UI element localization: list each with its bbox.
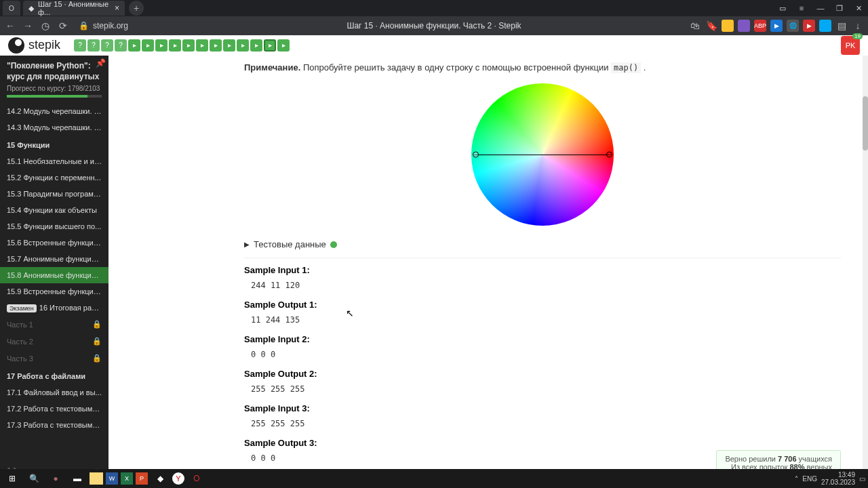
step-pill[interactable]: ▸ — [128, 39, 140, 52]
ext-icon-4[interactable]: 🌐 — [787, 20, 799, 32]
taskbar-app-1[interactable]: ● — [46, 470, 65, 487]
ext-icon-5[interactable]: ▶ — [803, 20, 815, 32]
explorer-icon[interactable] — [90, 472, 103, 485]
step-pill[interactable]: ? — [101, 39, 113, 52]
opera-taskbar-icon[interactable]: O — [187, 470, 206, 487]
lock-icon: 🔒 — [92, 337, 102, 346]
abp-icon[interactable]: ABP — [754, 20, 766, 32]
opera-tab[interactable]: O — [3, 1, 20, 16]
reload-icon[interactable]: ⟳ — [57, 20, 69, 32]
step-pill[interactable]: ▸ — [155, 39, 167, 52]
pin-icon[interactable]: 📌 — [96, 58, 106, 68]
step-pill[interactable]: ▸ — [169, 39, 181, 52]
step-pill[interactable]: ▸ — [250, 39, 262, 52]
step-pill[interactable]: ▸ — [237, 39, 249, 52]
sidebar-item[interactable]: 15.7 Анонимные функции. ... — [0, 251, 108, 267]
step-pill[interactable]: ▸ — [210, 39, 222, 52]
step-pill[interactable]: ▸ — [142, 39, 154, 52]
main-layout: 📌 "Поколение Python": курс для продвинут… — [0, 56, 868, 483]
sidebar-item[interactable]: 17 Работа с файлами — [0, 367, 108, 384]
step-pill-current[interactable]: ▸ — [264, 39, 276, 52]
sidebar-item[interactable]: 17.3 Работа с текстовыми ... — [0, 417, 108, 433]
progress-bar — [7, 95, 102, 98]
sample-heading: Sample Output 2: — [244, 369, 841, 379]
sidebar-item[interactable]: 15.8 Анонимные функции. ... — [0, 267, 108, 283]
powerpoint-icon[interactable]: P — [136, 472, 148, 485]
windows-taskbar: ⊞ 🔍 ● ▬ W X P ◆ Y O ˄ ENG 13:49 27.03.20… — [0, 469, 868, 488]
lock-icon: 🔒 — [92, 354, 102, 363]
ext-icon-1[interactable] — [722, 20, 734, 32]
bookmark-icon[interactable]: 🔖 — [705, 20, 717, 32]
ext-icon-6[interactable] — [819, 20, 831, 32]
ext-icon-3[interactable]: ▶ — [770, 20, 783, 32]
sidebar-item[interactable]: 17.2 Работа с текстовыми ... — [0, 401, 108, 417]
step-pill[interactable]: ▸ — [182, 39, 195, 52]
minimize-icon[interactable]: ― — [811, 1, 830, 15]
notifications-icon[interactable]: ▭ — [859, 475, 865, 483]
sample-code: 255 255 255 — [244, 382, 841, 396]
page-tab[interactable]: ◆ Шаг 15 · Анонимные ф... × — [23, 1, 125, 16]
system-tray[interactable]: ˄ ENG 13:49 27.03.2023 ▭ — [795, 471, 865, 486]
step-pill[interactable]: ? — [87, 39, 100, 52]
yandex-icon[interactable]: Y — [172, 472, 184, 485]
sidebar-item[interactable]: 15 Функции — [0, 136, 108, 153]
sample-heading: Sample Output 3: — [244, 438, 841, 448]
course-title: "Поколение Python": курс для продвинутых — [0, 56, 108, 85]
step-pill[interactable]: ▸ — [223, 39, 235, 52]
step-pill[interactable]: ▸ — [277, 39, 290, 52]
excel-icon[interactable]: X — [121, 472, 133, 485]
sidebar-item: Часть 3🔒 — [0, 350, 108, 367]
sidebar-item[interactable]: 17.1 Файловый ввод и вы... — [0, 384, 108, 401]
sidebar-item[interactable]: 15.6 Встроенные функции ... — [0, 235, 108, 251]
sample-heading: Sample Input 3: — [244, 403, 841, 413]
sidebar-item[interactable]: 15.9 Встроенные функции ... — [0, 283, 108, 300]
test-data-toggle[interactable]: ▶ Тестовые данные — [244, 239, 841, 249]
note-line: Примечание. Попробуйте решить задачу в о… — [244, 62, 841, 73]
tab-strip: O ◆ Шаг 15 · Анонимные ф... × + — [0, 0, 144, 16]
sidebar-icon[interactable]: ▤ — [835, 20, 848, 32]
progress-text: Прогресс по курсу: 1798/2103 — [0, 85, 108, 95]
sidebar-item[interactable]: Экзамен16 Итоговая работ... — [0, 300, 108, 316]
note-text: Попробуйте решить задачу в одну строку с… — [300, 62, 611, 73]
step-pill[interactable]: ▸ — [196, 39, 208, 52]
forward-icon[interactable]: → — [22, 20, 34, 32]
user-avatar[interactable]: PK 19 — [841, 36, 860, 55]
panel-icon[interactable]: ▭ — [773, 1, 792, 15]
maximize-icon[interactable]: ❐ — [830, 1, 849, 15]
stopwatch-icon[interactable]: ◷ — [39, 20, 52, 32]
back-icon[interactable]: ← — [4, 20, 16, 32]
step-pill[interactable]: ? — [74, 39, 86, 52]
step-pill[interactable]: ? — [115, 39, 127, 52]
new-tab-button[interactable]: + — [129, 1, 144, 16]
search-icon[interactable]: 🔍 — [24, 470, 43, 487]
address-bar: ← → ◷ ⟳ 🔒 stepik.org Шаг 15 · Анонимные … — [0, 16, 868, 35]
sidebar-item[interactable]: 15.3 Парадигмы программ... — [0, 186, 108, 202]
sidebar-item[interactable]: 14.3 Модуль черепашки. Ч... — [0, 119, 108, 136]
word-icon[interactable]: W — [106, 472, 118, 485]
scrollbar-thumb[interactable] — [863, 96, 868, 150]
download-icon[interactable]: ↓ — [852, 20, 864, 32]
stepik-logo[interactable]: stepik — [8, 37, 60, 54]
sidebar-item[interactable]: 15.4 Функции как объекты — [0, 202, 108, 218]
menu-icon[interactable]: ≡ — [792, 1, 811, 15]
clock[interactable]: 13:49 27.03.2023 — [821, 471, 855, 486]
url-box[interactable]: 🔒 stepik.org — [79, 21, 128, 30]
start-icon[interactable]: ⊞ — [3, 470, 22, 487]
close-window-icon[interactable]: ✕ — [849, 1, 868, 15]
shopping-icon[interactable]: 🛍 — [689, 20, 701, 32]
sample-code: 0 0 0 — [244, 347, 841, 362]
sidebar-item[interactable]: 15.5 Функции высшего по... — [0, 218, 108, 235]
sample-heading: Sample Input 2: — [244, 334, 841, 344]
ext-icon-2[interactable] — [738, 20, 750, 32]
taskbar-app-2[interactable]: ▬ — [68, 470, 87, 487]
sidebar-item[interactable]: 15.1 Необязательные и им... — [0, 153, 108, 169]
tray-chevron-icon[interactable]: ˄ — [795, 475, 798, 483]
close-icon[interactable]: × — [115, 3, 119, 13]
lock-icon: 🔒 — [79, 21, 89, 30]
page-title: Шаг 15 · Анонимные функции. Часть 2 · St… — [347, 21, 521, 30]
taskbar-app-3[interactable]: ◆ — [151, 470, 170, 487]
language-indicator[interactable]: ENG — [802, 475, 817, 483]
sample-code: 255 255 255 — [244, 416, 841, 431]
sidebar-item[interactable]: 15.2 Функции с переменн... — [0, 169, 108, 186]
sidebar-item[interactable]: 14.2 Модуль черепашки. Ч... — [0, 103, 108, 119]
